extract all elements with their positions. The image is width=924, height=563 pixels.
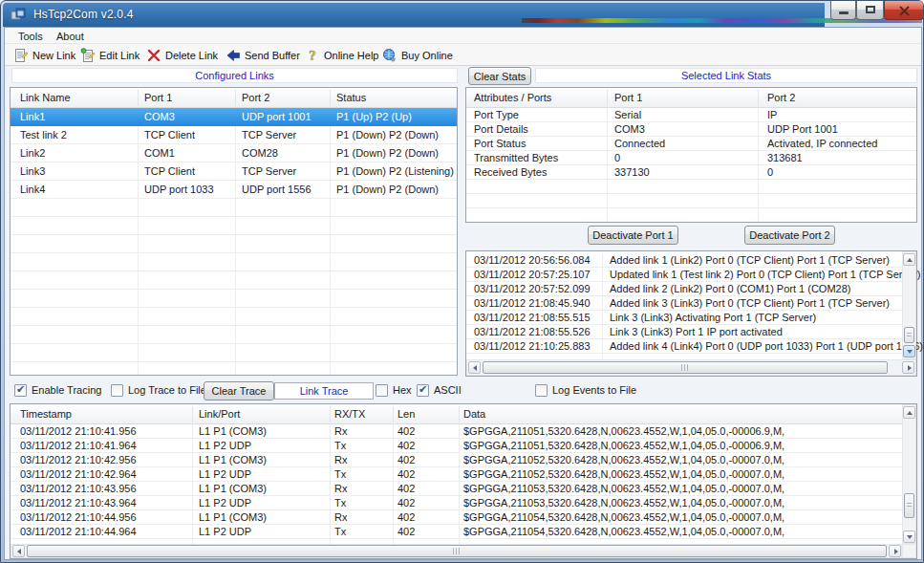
minimize-button[interactable] — [830, 1, 856, 20]
enable-tracing-checkbox[interactable] — [14, 384, 27, 397]
trace-len: 402 — [398, 425, 415, 437]
trace-row[interactable]: 03/11/2012 21:10:44.956 L1 P1 (COM3) Rx … — [11, 510, 902, 525]
hex-label: Hex — [393, 384, 412, 397]
menu-about[interactable]: About — [53, 30, 88, 43]
menu-bar: Tools About — [5, 28, 921, 44]
trace-row[interactable]: 03/11/2012 21:10:43.964 L1 P2 UDP Tx 402… — [11, 496, 902, 510]
event-row[interactable]: 03/11/2012 21:08:55.515 Link 3 (Link3) A… — [466, 311, 901, 325]
scroll-down-button[interactable] — [903, 531, 915, 543]
column-header[interactable]: Timestamp — [20, 408, 72, 420]
event-row[interactable]: 03/11/2012 20:57:52.099 Added link 2 (Li… — [466, 282, 901, 296]
scroll-up-button[interactable] — [903, 253, 915, 266]
new-link-icon — [13, 48, 29, 63]
scroll-left-button[interactable] — [12, 545, 25, 557]
stat-port1: Serial — [614, 109, 641, 120]
column-header[interactable]: Port 2 — [242, 92, 269, 103]
scrollbar-corner — [902, 544, 916, 558]
link-row[interactable]: Link1 COM3 UDP port 1001 P1 (Up) P2 (Up) — [11, 108, 457, 126]
trace-timestamp: 03/11/2012 21:10:43.956 — [20, 483, 137, 494]
event-row[interactable]: 03/11/2012 21:08:55.526 Link 3 (Link3) P… — [466, 325, 901, 339]
titlebar[interactable]: HsTcp2Com v2.0.4 — [3, 3, 825, 27]
stats-row[interactable]: Port Type Serial IP — [466, 108, 916, 122]
trace-rxtx: Tx — [334, 440, 346, 451]
deactivate-port1-button[interactable]: Deactivate Port 1 — [588, 226, 678, 245]
trace-rxtx: Rx — [334, 454, 347, 466]
toolbar-label: Send Buffer — [245, 50, 300, 61]
link-name: Test link 2 — [20, 129, 67, 141]
link-row[interactable]: Link4 UDP port 1033 UDP port 1556 P1 (Do… — [11, 181, 457, 199]
trace-title-box: Link Trace — [274, 382, 374, 400]
scroll-left-button[interactable] — [468, 361, 481, 374]
scroll-right-button[interactable] — [902, 361, 914, 374]
clear-stats-button[interactable]: Clear Stats — [468, 67, 531, 85]
column-header[interactable]: Port 1 — [614, 92, 642, 103]
stats-row[interactable]: Port Status Connected Activated, IP conn… — [466, 137, 916, 151]
trace-row[interactable]: 03/11/2012 21:10:44.964 L1 P2 UDP Tx 402… — [11, 525, 902, 539]
new-link-button[interactable]: New Link — [11, 46, 78, 64]
column-header[interactable]: Port 2 — [767, 92, 795, 103]
event-row[interactable]: 03/11/2012 21:10:25.883 Added link 4 (Li… — [466, 339, 901, 354]
menu-tools[interactable]: Tools — [14, 30, 47, 43]
link-port1: TCP Client — [144, 129, 195, 141]
arrow-right-icon — [894, 549, 898, 554]
column-header[interactable]: RX/TX — [334, 408, 365, 420]
buy-online-button[interactable]: Buy Online — [379, 46, 456, 64]
log-events-checkbox[interactable] — [535, 384, 548, 397]
arrow-down-icon — [907, 535, 913, 539]
trace-row[interactable]: 03/11/2012 21:10:41.964 L1 P2 UDP Tx 402… — [11, 439, 902, 453]
trace-row[interactable]: 03/11/2012 21:10:42.964 L1 P2 UDP Tx 402… — [11, 467, 902, 482]
trace-len: 402 — [398, 497, 415, 509]
hscroll-thumb[interactable] — [27, 545, 887, 557]
column-header[interactable]: Port 1 — [144, 92, 172, 103]
column-header[interactable]: Status — [336, 92, 366, 103]
scroll-up-button[interactable] — [903, 406, 915, 419]
trace-row[interactable]: 03/11/2012 21:10:43.956 L1 P1 (COM3) Rx … — [11, 482, 902, 496]
link-row[interactable]: Link2 COM1 COM28 P1 (Down) P2 (Down) — [11, 144, 457, 162]
maximize-button[interactable] — [856, 1, 884, 20]
link-name: Link3 — [20, 165, 45, 177]
event-row[interactable]: 03/11/2012 21:08:45.940 Added link 3 (Li… — [466, 296, 901, 311]
link-row[interactable]: Test link 2 TCP Client TCP Server P1 (Do… — [11, 126, 457, 144]
trace-timestamp: 03/11/2012 21:10:42.956 — [20, 454, 137, 466]
stats-row[interactable]: Transmitted Bytes 0 313681 — [466, 151, 916, 165]
column-header[interactable]: Attributes / Ports — [474, 92, 551, 103]
column-separator — [758, 90, 759, 106]
delete-link-button[interactable]: Delete Link — [143, 46, 221, 64]
event-time: 03/11/2012 21:08:55.515 — [474, 312, 591, 323]
log-trace-checkbox[interactable] — [111, 384, 123, 397]
event-message: Added link 3 (Link3) Port 0 (TCP Client)… — [610, 297, 890, 309]
event-row[interactable]: 03/11/2012 20:56:56.084 Added link 1 (Li… — [466, 253, 901, 268]
event-message: Added link 1 (Link2) Port 0 (TCP Client)… — [610, 254, 890, 266]
hscroll-thumb[interactable] — [483, 361, 888, 374]
column-header[interactable]: Data — [463, 408, 485, 420]
ascii-checkbox[interactable] — [417, 384, 429, 397]
trace-timestamp: 03/11/2012 21:10:41.956 — [20, 425, 137, 437]
deactivate-port2-button[interactable]: Deactivate Port 2 — [744, 226, 835, 245]
edit-link-icon — [80, 48, 96, 63]
trace-row[interactable]: 03/11/2012 21:10:42.956 L1 P1 (COM3) Rx … — [11, 453, 902, 467]
send-buffer-button[interactable]: Send Buffer — [223, 46, 303, 64]
column-header[interactable]: Link/Port — [199, 408, 240, 420]
vscroll-thumb[interactable] — [904, 327, 914, 343]
column-header[interactable]: Len — [398, 408, 415, 420]
trace-len: 402 — [398, 511, 415, 523]
hex-checkbox[interactable] — [376, 384, 388, 397]
trace-row[interactable]: 03/11/2012 21:10:41.956 L1 P1 (COM3) Rx … — [11, 424, 902, 439]
link-row[interactable]: Link3 TCP Client TCP Server P1 (Down) P2… — [11, 162, 457, 181]
vscroll-thumb[interactable] — [904, 493, 914, 518]
event-log-vscrollbar[interactable] — [902, 251, 916, 359]
trace-vscrollbar[interactable] — [902, 404, 916, 544]
stats-row[interactable]: Port Details COM3 UDP Port 1001 — [466, 122, 916, 137]
stats-row[interactable]: Received Bytes 337130 0 — [466, 165, 916, 180]
link-port1: TCP Client — [144, 165, 195, 177]
event-log-hscrollbar[interactable] — [466, 359, 916, 376]
scroll-down-button[interactable] — [903, 345, 915, 357]
close-button[interactable] — [884, 1, 924, 20]
event-row[interactable]: 03/11/2012 20:57:25.107 Updated link 1 (… — [466, 268, 901, 282]
edit-link-button[interactable]: Edit Link — [77, 46, 142, 64]
scroll-right-button[interactable] — [889, 545, 901, 557]
trace-hscrollbar[interactable] — [11, 544, 902, 558]
clear-trace-button[interactable]: Clear Trace — [204, 381, 274, 401]
online-help-button[interactable]: ? Online Help — [302, 46, 381, 64]
column-header[interactable]: Link Name — [20, 92, 71, 103]
